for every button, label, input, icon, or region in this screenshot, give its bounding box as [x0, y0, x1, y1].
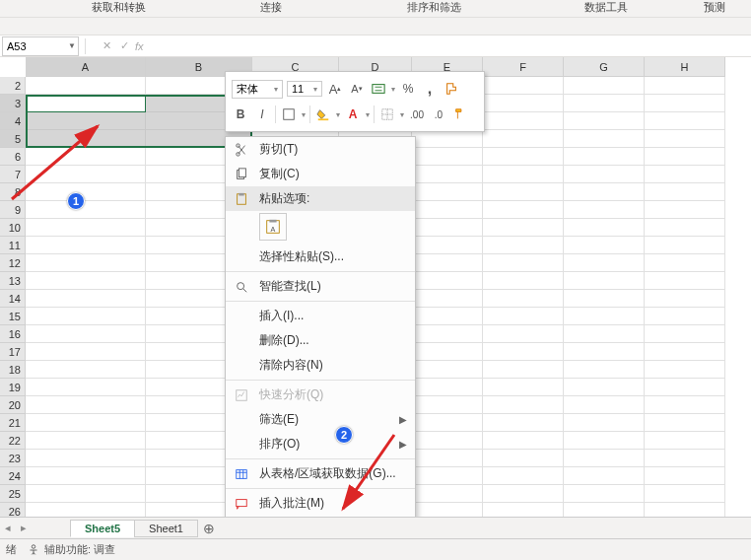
cell[interactable]: [645, 290, 725, 308]
font-size-selector[interactable]: 11▾: [287, 81, 322, 97]
sheet-tab-active[interactable]: Sheet5: [70, 520, 135, 537]
increase-font-icon[interactable]: A▴: [326, 80, 344, 98]
accounting-format-icon[interactable]: [370, 80, 387, 98]
cell[interactable]: [26, 308, 146, 325]
cell[interactable]: [564, 343, 645, 361]
cell[interactable]: [26, 237, 146, 254]
cell[interactable]: [483, 467, 564, 485]
cell[interactable]: [483, 343, 564, 361]
cell[interactable]: [564, 467, 645, 485]
cell[interactable]: [412, 308, 483, 325]
row-header-23[interactable]: 23: [0, 450, 26, 467]
cell[interactable]: [483, 450, 564, 467]
row-header-21[interactable]: 21: [0, 414, 26, 432]
col-header-H[interactable]: H: [645, 57, 725, 77]
cell[interactable]: [412, 396, 483, 414]
cell[interactable]: [412, 467, 483, 485]
cell[interactable]: [645, 254, 725, 272]
menu-paste-options[interactable]: 粘贴选项:: [226, 186, 415, 211]
cell[interactable]: [645, 343, 725, 361]
tab-nav-prev[interactable]: ◂: [0, 522, 16, 534]
decrease-font-icon[interactable]: A▾: [348, 80, 366, 98]
cell[interactable]: [564, 361, 645, 379]
fill-color-icon[interactable]: [314, 105, 332, 123]
cell[interactable]: [645, 95, 725, 112]
cell[interactable]: [645, 361, 725, 379]
col-header-F[interactable]: F: [483, 57, 564, 77]
cell[interactable]: [412, 379, 483, 396]
cell[interactable]: [645, 183, 725, 201]
cell[interactable]: [26, 503, 146, 517]
cell[interactable]: [645, 450, 725, 467]
cell[interactable]: [564, 112, 645, 130]
row-header-10[interactable]: 10: [0, 219, 26, 237]
cell[interactable]: [412, 432, 483, 450]
cell[interactable]: [412, 130, 483, 148]
cell[interactable]: [483, 219, 564, 237]
cell[interactable]: [483, 237, 564, 254]
cell[interactable]: [645, 308, 725, 325]
row-header-16[interactable]: 16: [0, 325, 26, 343]
cell[interactable]: [412, 325, 483, 343]
row-header-19[interactable]: 19: [0, 379, 26, 396]
cell[interactable]: [564, 148, 645, 166]
menu-delete[interactable]: 删除(D)...: [226, 328, 415, 353]
cell[interactable]: [564, 130, 645, 148]
col-header-G[interactable]: G: [564, 57, 645, 77]
row-header-13[interactable]: 13: [0, 272, 26, 290]
cell[interactable]: [412, 290, 483, 308]
cell[interactable]: [564, 379, 645, 396]
row-header-15[interactable]: 15: [0, 308, 26, 325]
font-color-icon[interactable]: A: [344, 105, 362, 123]
cell[interactable]: [483, 325, 564, 343]
cancel-icon[interactable]: ✕: [100, 39, 113, 52]
percent-format-icon[interactable]: %: [399, 80, 417, 98]
cell[interactable]: [645, 219, 725, 237]
cell[interactable]: [483, 166, 564, 183]
sheet-tab-other[interactable]: Sheet1: [134, 520, 198, 537]
row-header-22[interactable]: 22: [0, 432, 26, 450]
cell[interactable]: [412, 361, 483, 379]
cell[interactable]: [483, 254, 564, 272]
cell[interactable]: [483, 77, 564, 95]
cell[interactable]: [483, 379, 564, 396]
cell[interactable]: [645, 414, 725, 432]
name-box[interactable]: A53 ▼: [2, 36, 79, 56]
cell[interactable]: [483, 183, 564, 201]
cell[interactable]: [412, 148, 483, 166]
menu-clear[interactable]: 清除内容(N): [226, 353, 415, 378]
italic-icon[interactable]: I: [253, 105, 271, 123]
menu-smart-lookup[interactable]: 智能查找(L): [226, 274, 415, 299]
cell[interactable]: [483, 95, 564, 112]
cell[interactable]: [26, 414, 146, 432]
cell[interactable]: [26, 272, 146, 290]
cell[interactable]: [412, 272, 483, 290]
cell[interactable]: [564, 95, 645, 112]
cell[interactable]: [26, 361, 146, 379]
cell[interactable]: [483, 201, 564, 219]
cell[interactable]: [26, 432, 146, 450]
menu-paste-special[interactable]: 选择性粘贴(S)...: [226, 245, 415, 269]
cell[interactable]: [26, 325, 146, 343]
cell[interactable]: [645, 237, 725, 254]
cell[interactable]: [412, 254, 483, 272]
cell[interactable]: [564, 254, 645, 272]
cell[interactable]: [412, 219, 483, 237]
row-header-12[interactable]: 12: [0, 254, 26, 272]
enter-icon[interactable]: ✓: [117, 39, 131, 52]
cell[interactable]: [412, 503, 483, 517]
menu-filter[interactable]: 筛选(E)▶: [226, 407, 415, 432]
cell[interactable]: [645, 201, 725, 219]
cell[interactable]: [483, 503, 564, 517]
col-header-A[interactable]: A: [26, 57, 146, 77]
cell[interactable]: [564, 325, 645, 343]
cell[interactable]: [412, 201, 483, 219]
cell[interactable]: [645, 130, 725, 148]
paste-default-icon[interactable]: A: [259, 213, 287, 241]
comma-format-icon[interactable]: ,: [421, 80, 439, 98]
menu-copy[interactable]: 复制(C): [226, 162, 415, 186]
cell[interactable]: [483, 485, 564, 503]
cell[interactable]: [483, 148, 564, 166]
cell[interactable]: [645, 166, 725, 183]
cell[interactable]: [645, 77, 725, 95]
